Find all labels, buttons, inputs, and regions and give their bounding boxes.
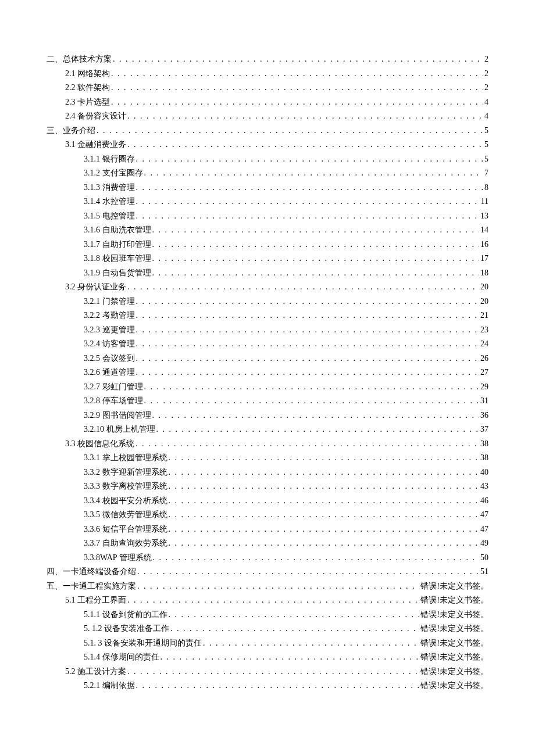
toc-label: 3.1.6 自助洗衣管理 <box>84 223 151 238</box>
toc-page-number: 47 <box>480 508 488 522</box>
toc-entry[interactable]: 3.2 身份认证业务20 <box>47 280 488 295</box>
toc-leader-dots <box>136 679 420 693</box>
toc-label: 3.1.2 支付宝圈存 <box>84 166 143 181</box>
toc-entry[interactable]: 3.2.1 门禁管理20 <box>47 295 488 309</box>
toc-entry[interactable]: 3.1.5 电控管理13 <box>47 209 488 224</box>
toc-page-number: 17 <box>480 252 488 266</box>
toc-label: 3.1 金融消费业务 <box>65 138 126 152</box>
toc-leader-dots <box>169 479 480 494</box>
toc-entry[interactable]: 3.3.7 自助查询效劳系统49 <box>47 536 488 551</box>
toc-label: 5.1.4 保修期间的责任 <box>84 650 159 665</box>
toc-leader-dots <box>136 152 484 167</box>
toc-entry[interactable]: 5.1.1 设备到货前的工作错误!未定义书签。 <box>47 608 488 622</box>
toc-leader-dots <box>111 95 483 110</box>
toc-entry[interactable]: 3.2.4 访客管理24 <box>47 337 488 352</box>
toc-label: 3.1.3 消费管理 <box>84 181 135 195</box>
toc-leader-dots <box>127 109 483 124</box>
toc-entry[interactable]: 3.2.10 机房上机管理37 <box>47 422 488 437</box>
toc-page-number: 4 <box>484 95 488 110</box>
toc-entry[interactable]: 3.3.6 短信平台管理系统47 <box>47 522 488 537</box>
toc-label: 3.1.9 自动售货管理 <box>84 266 151 281</box>
toc-entry[interactable]: 5.1.4 保修期间的责任错误!未定义书签。 <box>47 650 488 665</box>
toc-entry[interactable]: 3.3 校园信息化系统38 <box>47 437 488 452</box>
toc-entry[interactable]: 3.3.8WAP 管理系统50 <box>47 551 488 565</box>
toc-entry[interactable]: 5.1 工程分工界面错误!未定义书签。 <box>47 593 488 608</box>
toc-label: 5. 1.2 设备安装准备工作 <box>84 622 169 636</box>
toc-leader-dots <box>127 138 483 152</box>
toc-leader-dots <box>169 494 480 508</box>
toc-page-number: 13 <box>480 209 488 224</box>
toc-label: 3.1.7 自助打印管理 <box>84 238 151 252</box>
toc-page-number: 错误!未定义书签。 <box>420 622 488 636</box>
toc-entry[interactable]: 3.3.1 掌上校园管理系统38 <box>47 451 488 465</box>
toc-leader-dots <box>160 650 420 665</box>
toc-label: 3.1.8 校园班车管理 <box>84 252 151 266</box>
toc-page-number: 49 <box>480 536 488 551</box>
toc-entry[interactable]: 2.3 卡片选型4 <box>47 95 488 110</box>
toc-entry[interactable]: 3.3.2 数字迎新管理系统40 <box>47 465 488 480</box>
toc-label: 2.3 卡片选型 <box>65 95 110 110</box>
toc-entry[interactable]: 3.1.6 自助洗衣管理14 <box>47 223 488 238</box>
toc-entry[interactable]: 5.1. 3 设备安装和开通期间的责任错误!未定义书签。 <box>47 636 488 651</box>
toc-entry[interactable]: 3.1.1 银行圈存5 <box>47 152 488 167</box>
toc-leader-dots <box>156 422 480 437</box>
toc-leader-dots <box>136 209 480 224</box>
toc-page-number: 51 <box>480 565 488 579</box>
toc-entry[interactable]: 3.1.2 支付宝圈存7 <box>47 166 488 181</box>
toc-page-number: 14 <box>480 223 488 238</box>
toc-entry[interactable]: 3.3.3 数字离校管理系统43 <box>47 479 488 494</box>
toc-page-number: 20 <box>480 295 488 309</box>
toc-entry[interactable]: 3.1.7 自助打印管理16 <box>47 238 488 252</box>
toc-entry[interactable]: 3.2.2 考勤管理21 <box>47 309 488 323</box>
toc-entry[interactable]: 3.1.3 消费管理8 <box>47 181 488 195</box>
toc-entry[interactable]: 3.1.9 自动售货管理18 <box>47 266 488 281</box>
toc-page-number: 2 <box>484 81 488 95</box>
toc-entry[interactable]: 四、一卡通终端设备介绍51 <box>47 565 488 579</box>
toc-entry[interactable]: 3.2.6 通道管理27 <box>47 366 488 380</box>
toc-entry[interactable]: 二、总体技术方案2 <box>47 52 488 67</box>
toc-label: 3.3.3 数字离校管理系统 <box>84 479 167 494</box>
toc-entry[interactable]: 3.2.9 图书借阅管理36 <box>47 409 488 423</box>
toc-page-number: 24 <box>480 337 488 352</box>
toc-entry[interactable]: 3.1.8 校园班车管理17 <box>47 252 488 266</box>
toc-entry[interactable]: 三、业务介绍5 <box>47 124 488 138</box>
toc-page-number: 26 <box>480 352 488 366</box>
toc-entry[interactable]: 3.1 金融消费业务5 <box>47 138 488 152</box>
toc-entry[interactable]: 3.3.5 微信效劳管理系统47 <box>47 508 488 522</box>
toc-leader-dots <box>153 551 479 565</box>
toc-entry[interactable]: 3.1.4 水控管理11 <box>47 195 488 209</box>
toc-label: 3.3.8WAP 管理系统 <box>84 551 152 565</box>
toc-leader-dots <box>137 565 479 579</box>
toc-entry[interactable]: 3.2.3 巡更管理23 <box>47 323 488 338</box>
toc-label: 3.3.2 数字迎新管理系统 <box>84 465 167 480</box>
toc-leader-dots <box>113 52 483 67</box>
toc-label: 3.2.8 停车场管理 <box>84 394 143 409</box>
toc-entry[interactable]: 2.2 软件架构2 <box>47 81 488 95</box>
toc-entry[interactable]: 3.3.4 校园平安分析系统46 <box>47 494 488 508</box>
table-of-contents: 二、总体技术方案22.1 网络架构22.2 软件架构22.3 卡片选型42.4 … <box>47 52 488 693</box>
toc-page-number: 错误!未定义书签。 <box>420 579 488 594</box>
toc-label: 3.3.1 掌上校园管理系统 <box>84 451 167 465</box>
toc-entry[interactable]: 2.1 网络架构2 <box>47 67 488 81</box>
toc-label: 5.2 施工设计方案 <box>65 665 126 679</box>
toc-label: 3.1.4 水控管理 <box>84 195 135 209</box>
toc-page-number: 5 <box>484 152 488 167</box>
toc-label: 3.3.6 短信平台管理系统 <box>84 522 167 537</box>
toc-entry[interactable]: 3.2.7 彩虹门管理29 <box>47 380 488 395</box>
toc-entry[interactable]: 五、一卡通工程实施方案错误!未定义书签。 <box>47 579 488 594</box>
toc-entry[interactable]: 2.4 备份容灾设计4 <box>47 109 488 124</box>
toc-label: 2.2 软件架构 <box>65 81 110 95</box>
toc-page-number: 错误!未定义书签。 <box>420 650 488 665</box>
toc-entry[interactable]: 5.2.1 编制依据错误!未定义书签。 <box>47 679 488 693</box>
toc-leader-dots <box>136 337 480 352</box>
toc-label: 3.2.6 通道管理 <box>84 366 135 380</box>
toc-leader-dots <box>136 181 484 195</box>
toc-label: 3.2.10 机房上机管理 <box>84 422 155 437</box>
toc-leader-dots <box>152 266 480 281</box>
toc-entry[interactable]: 5. 1.2 设备安装准备工作错误!未定义书签。 <box>47 622 488 636</box>
toc-entry[interactable]: 5.2 施工设计方案错误!未定义书签。 <box>47 665 488 679</box>
toc-entry[interactable]: 3.2.8 停车场管理31 <box>47 394 488 409</box>
toc-leader-dots <box>135 437 479 452</box>
toc-page-number: 错误!未定义书签。 <box>420 593 488 608</box>
toc-entry[interactable]: 3.2.5 会议签到26 <box>47 352 488 366</box>
